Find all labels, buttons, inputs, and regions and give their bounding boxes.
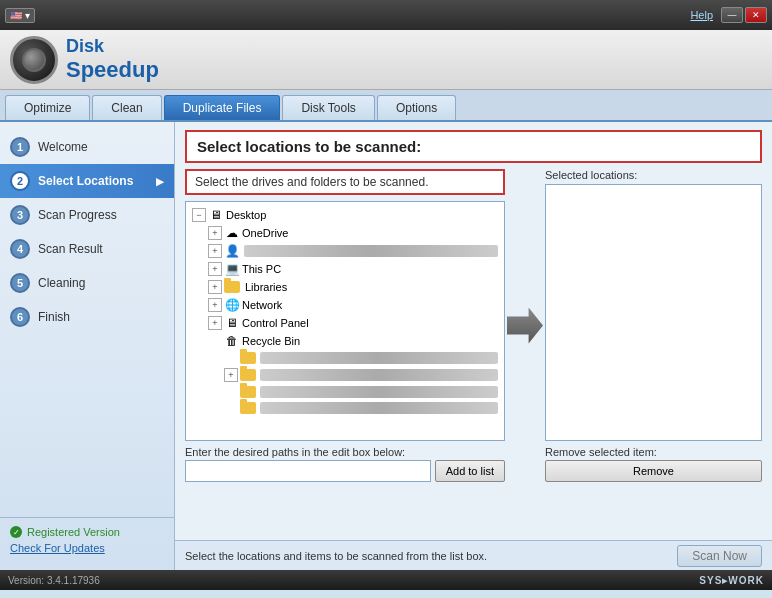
sidebar-step-scan-result[interactable]: 4 Scan Result — [0, 232, 174, 266]
tree-item-folder1[interactable] — [190, 350, 500, 366]
content-inner: Select locations to be scanned: Select t… — [175, 122, 772, 540]
app-logo: Disk Speedup — [10, 36, 159, 84]
folder4-label — [260, 402, 498, 414]
instruction-text: Select the drives and folders to be scan… — [195, 175, 428, 189]
selected-locations-label: Selected locations: — [545, 169, 762, 181]
app-header: Disk Speedup — [0, 30, 772, 90]
onedrive-icon: ☁ — [224, 226, 240, 240]
path-input[interactable] — [185, 460, 431, 482]
sidebar-footer: ✓ Registered Version Check For Updates — [0, 517, 174, 562]
desktop-icon: 🖥 — [208, 208, 224, 222]
registered-dot: ✓ — [10, 526, 22, 538]
sidebar-step-welcome[interactable]: 1 Welcome — [0, 130, 174, 164]
tab-clean[interactable]: Clean — [92, 95, 161, 120]
page-title-box: Select locations to be scanned: — [185, 130, 762, 163]
step-label-welcome: Welcome — [38, 140, 88, 154]
arrow-section — [505, 169, 545, 482]
remove-button[interactable]: Remove — [545, 460, 762, 482]
help-link[interactable]: Help — [690, 9, 713, 21]
folder3-icon — [240, 386, 256, 398]
step-num-6: 6 — [10, 307, 30, 327]
folder1-icon — [240, 352, 256, 364]
network-icon: 🌐 — [224, 298, 240, 312]
logo-speedup: Speedup — [66, 57, 159, 83]
tree-item-libraries[interactable]: + Libraries — [190, 278, 500, 296]
expand-onedrive[interactable]: + — [208, 226, 222, 240]
path-input-row: Enter the desired paths in the edit box … — [185, 446, 505, 482]
folder2-label — [260, 369, 498, 381]
folder-tree[interactable]: − 🖥 Desktop + ☁ OneDrive — [185, 201, 505, 441]
tree-label-desktop: Desktop — [226, 209, 266, 221]
libraries-icon — [224, 281, 240, 293]
right-section: Selected locations: Remove selected item… — [545, 169, 762, 482]
step-num-3: 3 — [10, 205, 30, 225]
tab-optimize[interactable]: Optimize — [5, 95, 90, 120]
step-num-4: 4 — [10, 239, 30, 259]
path-input-controls: Add to list — [185, 460, 505, 482]
sidebar-step-scan-progress[interactable]: 3 Scan Progress — [0, 198, 174, 232]
check-updates-link[interactable]: Check For Updates — [10, 542, 164, 554]
tab-duplicate-files[interactable]: Duplicate Files — [164, 95, 281, 120]
nav-tabs: Optimize Clean Duplicate Files Disk Tool… — [0, 90, 772, 122]
scan-now-button[interactable]: Scan Now — [677, 545, 762, 567]
instruction-box: Select the drives and folders to be scan… — [185, 169, 505, 195]
tree-item-network[interactable]: + 🌐 Network — [190, 296, 500, 314]
footer-version: Version: 3.4.1.17936 — [8, 575, 100, 586]
minimize-button[interactable]: — — [721, 7, 743, 23]
tree-item-folder4[interactable] — [190, 400, 500, 416]
remove-selected-label: Remove selected item: — [545, 446, 762, 458]
user-icon: 👤 — [224, 244, 240, 258]
tab-disk-tools[interactable]: Disk Tools — [282, 95, 374, 120]
footer-brand: SYS▸WORK — [699, 575, 764, 586]
tab-options[interactable]: Options — [377, 95, 456, 120]
app-footer: Version: 3.4.1.17936 SYS▸WORK — [0, 570, 772, 590]
folder3-label — [260, 386, 498, 398]
add-to-list-button[interactable]: Add to list — [435, 460, 505, 482]
content-area: Select locations to be scanned: Select t… — [175, 122, 772, 570]
page-title: Select locations to be scanned: — [197, 138, 421, 155]
folder1-label — [260, 352, 498, 364]
path-input-label: Enter the desired paths in the edit box … — [185, 446, 505, 458]
registered-label: Registered Version — [27, 526, 120, 538]
tree-item-user[interactable]: + 👤 — [190, 242, 500, 260]
pc-icon: 💻 — [224, 262, 240, 276]
tree-item-folder2[interactable]: + — [190, 366, 500, 384]
folder4-icon — [240, 402, 256, 414]
logo-icon — [10, 36, 58, 84]
tree-label-recycle: Recycle Bin — [242, 335, 300, 347]
sidebar-step-select-locations[interactable]: 2 Select Locations ▶ — [0, 164, 174, 198]
expand-desktop[interactable]: − — [192, 208, 206, 222]
close-button[interactable]: ✕ — [745, 7, 767, 23]
expand-folder2[interactable]: + — [224, 368, 238, 382]
folder2-icon — [240, 369, 256, 381]
logo-disk: Disk — [66, 36, 159, 58]
sidebar-step-finish[interactable]: 6 Finish — [0, 300, 174, 334]
tree-item-onedrive[interactable]: + ☁ OneDrive — [190, 224, 500, 242]
main-layout: 1 Welcome 2 Select Locations ▶ 3 Scan Pr… — [0, 122, 772, 570]
expand-libraries[interactable]: + — [208, 280, 222, 294]
tree-item-folder3[interactable] — [190, 384, 500, 400]
step-label-scan-progress: Scan Progress — [38, 208, 117, 222]
expand-controlpanel[interactable]: + — [208, 316, 222, 330]
tree-item-recycle[interactable]: 🗑 Recycle Bin — [190, 332, 500, 350]
step-num-5: 5 — [10, 273, 30, 293]
recycle-icon: 🗑 — [224, 334, 240, 348]
sidebar-step-cleaning[interactable]: 5 Cleaning — [0, 266, 174, 300]
tree-label-controlpanel: Control Panel — [242, 317, 309, 329]
flag-dropdown[interactable]: 🇺🇸 ▾ — [5, 8, 35, 23]
arrow-right-icon — [507, 308, 543, 344]
selected-locations-box[interactable] — [545, 184, 762, 441]
step-label-cleaning: Cleaning — [38, 276, 85, 290]
expand-network[interactable]: + — [208, 298, 222, 312]
step-arrow-2: ▶ — [156, 176, 164, 187]
tree-item-desktop[interactable]: − 🖥 Desktop — [190, 206, 500, 224]
status-bar: Select the locations and items to be sca… — [175, 540, 772, 570]
status-text: Select the locations and items to be sca… — [185, 550, 487, 562]
tree-item-controlpanel[interactable]: + 🖥 Control Panel — [190, 314, 500, 332]
expand-user[interactable]: + — [208, 244, 222, 258]
titlebar: 🇺🇸 ▾ Help — ✕ — [0, 0, 772, 30]
tree-item-thispc[interactable]: + 💻 This PC — [190, 260, 500, 278]
expand-thispc[interactable]: + — [208, 262, 222, 276]
step-num-1: 1 — [10, 137, 30, 157]
registered-badge: ✓ Registered Version — [10, 526, 164, 538]
